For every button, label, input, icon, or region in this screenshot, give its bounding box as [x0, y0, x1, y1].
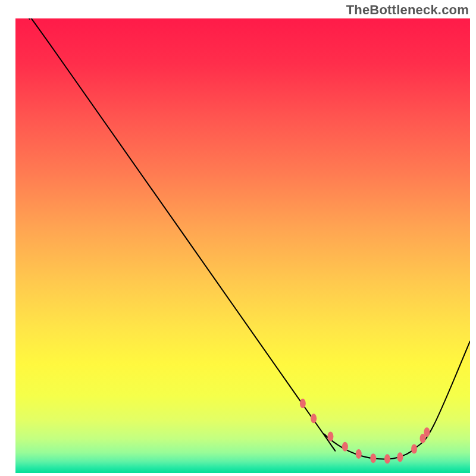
curve-marker: [411, 444, 417, 454]
curve-marker: [424, 427, 430, 437]
curve-marker: [300, 399, 306, 408]
curve-marker: [356, 449, 362, 459]
curve-marker: [397, 452, 403, 462]
curve-marker: [342, 442, 348, 452]
curve-marker: [311, 414, 317, 423]
bottleneck-chart: [0, 0, 476, 476]
curve-marker: [370, 453, 376, 463]
chart-stage: TheBottleneck.com: [0, 0, 476, 476]
curve-marker: [327, 432, 333, 441]
curve-marker: [384, 454, 390, 464]
plot-background: [15, 18, 470, 473]
